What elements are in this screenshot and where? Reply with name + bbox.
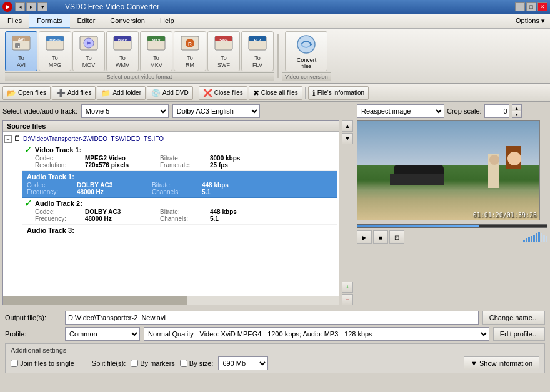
crop-up-btn[interactable]: ▲: [512, 105, 521, 111]
convert-files-btn[interactable]: Convertfiles: [285, 31, 328, 71]
output-path-input[interactable]: [65, 311, 479, 325]
format-mov-btn[interactable]: ToMOV: [72, 31, 105, 71]
rm-label: ToRM: [186, 55, 194, 69]
svg-text:SWF: SWF: [219, 38, 228, 42]
play-btn[interactable]: ▶: [357, 230, 372, 244]
by-markers-checkbox[interactable]: [131, 360, 138, 367]
source-files-content[interactable]: − 🗒 D:\Video\Transporter-2\VIDEO_TS\VIDE…: [3, 132, 339, 296]
rm-icon: R: [180, 34, 200, 54]
vol-bar-6: [536, 233, 538, 242]
menu-editor[interactable]: Editor: [70, 14, 103, 28]
mkv-icon: MKV: [146, 34, 166, 54]
size-select[interactable]: 690 Mb: [218, 356, 268, 370]
file-info-label: File's information: [318, 89, 364, 96]
vol-bar-10: [546, 236, 548, 242]
freq-value-3: 48000 Hz: [85, 215, 160, 222]
convert-group: Convertfiles Video conversion: [282, 31, 331, 81]
add-folder-btn[interactable]: 📁 Add folder: [97, 86, 146, 100]
options-menu[interactable]: Options ▾: [511, 14, 550, 28]
vol-bar-4: [531, 236, 532, 242]
close-files-label: Close files: [214, 89, 243, 96]
swf-label: ToSWF: [218, 55, 230, 69]
h-scrollbar[interactable]: [3, 296, 339, 305]
aspect-select[interactable]: Reaspect image Stretch Crop: [357, 104, 444, 118]
main-toolbar: 📂 Open files ➕ Add files 📁 Add folder 💿 …: [0, 84, 550, 102]
file-path: D:\Video\Transporter-2\VIDEO_TS\VIDEO_TS…: [23, 135, 164, 142]
track2-grid: Codec: DOLBY AC3 Bitrate: 448 kbps Frequ…: [27, 182, 335, 195]
format-wmv-btn[interactable]: WMV ToWMV: [106, 31, 139, 71]
forward-btn[interactable]: ▸: [26, 2, 36, 11]
menu-conversion[interactable]: Conversion: [102, 14, 152, 28]
menu-help[interactable]: Help: [152, 14, 182, 28]
format-mpg-btn[interactable]: MPEG ToMPG: [39, 31, 71, 71]
stop-btn[interactable]: ■: [373, 230, 388, 244]
video-progress-bar[interactable]: [357, 224, 548, 228]
res-label-1: Resolution:: [35, 162, 85, 169]
svg-text:FLV: FLV: [254, 38, 261, 42]
menu-files[interactable]: Files: [0, 14, 29, 28]
bitrate-label-1: Bitrate:: [160, 155, 210, 162]
maximize-btn[interactable]: □: [526, 2, 536, 11]
crop-scale-label: Crop scale:: [447, 107, 482, 115]
mov-icon: [79, 34, 99, 54]
join-files-checkbox[interactable]: [11, 360, 18, 367]
profile-category-select[interactable]: Common AVI MKV MP4: [65, 327, 140, 341]
car-base: [390, 174, 444, 185]
audio-track-select[interactable]: Dolby AC3 English: [172, 104, 260, 118]
close-files-btn[interactable]: ❌ Close files: [199, 86, 248, 100]
svg-text:WMV: WMV: [118, 38, 128, 42]
menu-formats[interactable]: Formats: [29, 14, 69, 28]
edit-profile-btn[interactable]: Edit profile...: [493, 327, 545, 341]
scroll-remove-btn[interactable]: −: [342, 294, 353, 305]
add-dvd-btn[interactable]: 💿 Add DVD: [147, 86, 193, 100]
bitrate-label-2: Bitrate:: [152, 182, 202, 189]
scroll-add-btn[interactable]: +: [342, 282, 353, 293]
mkv-label: ToMKV: [150, 55, 162, 69]
file-info-btn[interactable]: ℹ File's information: [308, 86, 369, 100]
right-panel: Reaspect image Stretch Crop Crop scale: …: [357, 104, 548, 305]
add-folder-icon: 📁: [101, 89, 111, 97]
preview-controls: Reaspect image Stretch Crop Crop scale: …: [357, 104, 548, 118]
format-rm-btn[interactable]: R ToRM: [174, 31, 206, 71]
video-track-select[interactable]: Movie 5: [81, 104, 169, 118]
close-all-files-btn[interactable]: ✖ Close all files: [249, 86, 302, 100]
crop-down-btn[interactable]: ▼: [512, 111, 521, 117]
audio-track-1[interactable]: Audio Track 1: Codec: DOLBY AC3 Bitrate:…: [22, 171, 338, 198]
scroll-down-btn[interactable]: ▼: [342, 133, 353, 144]
bottom-controls: Output file(s): Change name... Profile: …: [0, 308, 550, 376]
format-avi-btn[interactable]: AVI ToAVI: [5, 31, 38, 71]
join-files-item[interactable]: Join files to single: [11, 360, 74, 367]
back-btn[interactable]: ◂: [15, 2, 25, 11]
minimize-btn[interactable]: ─: [515, 2, 525, 11]
format-swf-btn[interactable]: SWF ToSWF: [208, 31, 240, 71]
add-dvd-label: Add DVD: [162, 89, 189, 96]
add-files-btn[interactable]: ➕ Add files: [52, 86, 96, 100]
convert-icon: [295, 33, 318, 57]
convert-section-label: Video conversion: [282, 72, 331, 81]
svg-text:MPEG: MPEG: [49, 38, 61, 42]
by-size-checkbox[interactable]: [180, 360, 188, 367]
ch-label-3: Channels:: [160, 215, 210, 222]
dropdown-btn[interactable]: ▾: [38, 2, 48, 11]
scroll-up-btn[interactable]: ▲: [342, 120, 353, 132]
codec-value-3: DOLBY AC3: [85, 208, 160, 215]
format-flv-btn[interactable]: FLV ToFLV: [241, 31, 274, 71]
bitrate-label-3: Bitrate:: [160, 208, 210, 215]
crop-scale-input[interactable]: [484, 104, 509, 118]
close-btn[interactable]: ✕: [538, 2, 548, 11]
vol-bar-2: [526, 238, 528, 242]
profile-detail-select[interactable]: Normal Quality - Video: XviD MPEG4 - 120…: [144, 327, 489, 341]
svg-text:AVI: AVI: [18, 37, 24, 42]
additional-settings: Additional settings Join files to single…: [5, 343, 545, 373]
show-info-btn[interactable]: ▼ Show information: [464, 356, 539, 370]
snapshot-btn[interactable]: ⊡: [389, 230, 404, 244]
vol-bar-1: [523, 240, 525, 242]
change-name-btn[interactable]: Change name...: [482, 311, 545, 325]
by-size-item[interactable]: By size:: [180, 360, 214, 367]
open-files-btn[interactable]: 📂 Open files: [2, 86, 51, 100]
by-markers-item[interactable]: By markers: [131, 360, 175, 367]
codec-label-2: Codec:: [27, 182, 77, 189]
track3-grid: Codec: DOLBY AC3 Bitrate: 448 kbps Frequ…: [35, 208, 335, 222]
tree-expand-btn[interactable]: −: [4, 135, 12, 143]
format-mkv-btn[interactable]: MKV ToMKV: [140, 31, 172, 71]
